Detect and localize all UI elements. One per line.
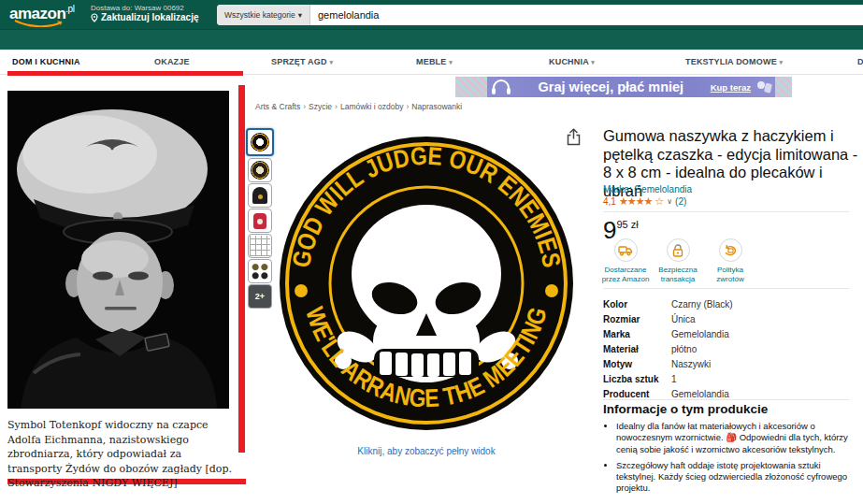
- banner-cta-link[interactable]: Kup teraz: [711, 82, 751, 93]
- thumbnail-backpack[interactable]: [248, 209, 272, 233]
- star-rating-icon: ★★★★: [619, 195, 652, 208]
- price-currency: zł: [631, 219, 639, 230]
- breadcrumb-naprasowanki[interactable]: Naprasowanki: [411, 102, 462, 111]
- amazon-product-page: amazon.pl Dostawa do: Warsaw 00692 Zaktu…: [0, 0, 863, 504]
- photo-caption: Symbol Totenkopf widoczny na czapce Adol…: [7, 418, 237, 491]
- banner-decoration-left: [455, 77, 487, 97]
- detail-row-kolor: KolorCzarny (Black): [603, 299, 856, 314]
- annotation-line-top: [7, 71, 243, 76]
- backpack-icon: [253, 213, 266, 229]
- chevron-down-icon: ▾: [449, 59, 453, 65]
- detail-value: Naszywki: [671, 359, 711, 374]
- chevron-down-icon: ▾: [329, 59, 333, 65]
- search-category-dropdown[interactable]: Wszystkie kategorie ▾: [217, 5, 310, 25]
- category-okazje[interactable]: OKAZJE: [154, 57, 190, 66]
- badge-label: Bezpieczna transakcja: [651, 266, 705, 284]
- badge-secure-transaction[interactable]: Bezpieczna transakcja: [651, 238, 705, 284]
- price-fraction: 95: [616, 219, 627, 230]
- location-pin-icon: [91, 13, 98, 22]
- logo-tld: .pl: [65, 4, 74, 14]
- chevron-down-icon: ▾: [298, 10, 302, 20]
- patch-gold-icon: [251, 161, 269, 180]
- thumbnail-patch-gold[interactable]: [248, 158, 272, 182]
- category-tekstylia-domowe[interactable]: TEKSTYLIA DOMOWE ▾: [685, 57, 783, 66]
- about-bullets: Idealny dla fanów łat materiałowych i ak…: [609, 421, 859, 499]
- patch-sheet-icon: [250, 236, 270, 256]
- breadcrumb-separator: ›: [406, 102, 409, 111]
- update-location-button[interactable]: Zaktualizuj lokalizację: [91, 12, 198, 22]
- detail-row-material: Materiałpłótno: [603, 344, 856, 359]
- category-sprzet-agd[interactable]: SPRZĘT AGD ▾: [271, 57, 333, 66]
- brand-link[interactable]: Marka: Gemelolandia: [603, 184, 692, 194]
- badge-return-policy[interactable]: Polityka zwrotów: [703, 238, 757, 284]
- divider: [603, 288, 849, 289]
- detail-value: Única: [671, 314, 696, 329]
- hoodie-icon: [252, 187, 267, 204]
- detail-label: Motyw: [603, 359, 671, 374]
- gamepad-icon: [756, 79, 773, 94]
- delivery-address: Dostawa do: Warsaw 00692: [91, 4, 184, 12]
- badge-delivered-by-amazon[interactable]: Dostarczane przez Amazon: [598, 238, 653, 284]
- banner-decoration-right: [775, 77, 792, 97]
- historical-photo-image: [7, 91, 229, 409]
- category-label: MEBLE: [416, 57, 447, 66]
- thumbnail-hoodie[interactable]: [248, 183, 272, 208]
- about-bullet: Szczegółowy haft oddaje istotę projektow…: [616, 460, 859, 495]
- truck-icon: [618, 245, 633, 256]
- detail-label: Kolor: [603, 299, 671, 314]
- category-label: SPRZĘT AGD: [271, 57, 327, 66]
- thumbnail-more-images[interactable]: 2+: [248, 284, 272, 309]
- badge-label: Dostarczane przez Amazon: [598, 266, 653, 284]
- update-location-label: Zaktualizuj lokalizację: [101, 12, 198, 22]
- banner-title: Graj więcej, płać mniej: [511, 79, 711, 94]
- detail-label: Liczba sztuk: [603, 374, 671, 389]
- detail-row-motyw: MotywNaszywki: [603, 359, 856, 374]
- amazon-smile-icon: [13, 20, 67, 27]
- category-label: TEKSTYLIA DOMOWE: [685, 57, 777, 66]
- detail-value: Gemelolandia: [671, 329, 729, 344]
- breadcrumb-separator: ›: [303, 102, 306, 111]
- rating-row[interactable]: 4,1 ★★★★☆ ∨ (2): [603, 195, 686, 208]
- patch-variants-icon: [250, 261, 270, 281]
- divider: [603, 211, 849, 212]
- promo-banner[interactable]: Graj więcej, płać mniej Kup teraz: [455, 77, 792, 97]
- detail-label: Rozmiar: [603, 314, 671, 329]
- share-icon: [566, 128, 582, 146]
- breadcrumb-arts-crafts[interactable]: Arts & Crafts: [255, 102, 300, 111]
- detail-row-marka: MarkaGemelolandia: [603, 329, 856, 344]
- badge-label: Polityka zwrotów: [703, 266, 757, 284]
- thumbnail-patch-front[interactable]: [246, 128, 274, 156]
- about-section-title: Informacje o tym produkcie: [603, 402, 768, 416]
- divider: [603, 399, 849, 400]
- breadcrumb-separator: ›: [335, 102, 338, 111]
- thumbnail-patch-variants[interactable]: [248, 259, 272, 283]
- category-kuchnia[interactable]: KUCHNIA ▾: [549, 57, 595, 66]
- about-bullet: Idealny dla fanów łat materiałowych i ak…: [616, 421, 859, 455]
- detail-label: Materiał: [603, 344, 671, 359]
- rating-value: 4,1: [603, 196, 616, 207]
- returns-icon: [724, 244, 737, 256]
- category-cutoff[interactable]: D: [857, 57, 863, 66]
- historical-photo: [7, 91, 229, 409]
- review-count-link[interactable]: (2): [675, 196, 686, 207]
- chevron-down-icon: ▾: [780, 59, 784, 65]
- lock-icon: [672, 244, 683, 257]
- category-label: KUCHNIA: [549, 57, 589, 66]
- full-view-link[interactable]: Kliknij, aby zobaczyć pełny widok: [277, 446, 576, 456]
- category-dom-i-kuchnia[interactable]: DOM I KUCHNIA: [12, 57, 80, 66]
- breadcrumb-lamowki[interactable]: Lamówki i ozdoby: [340, 102, 404, 111]
- detail-value: płótno: [671, 344, 697, 359]
- category-meble[interactable]: MEBLE ▾: [416, 57, 453, 66]
- detail-row-liczba-sztuk: Liczba sztuk1: [603, 374, 856, 389]
- detail-row-rozmiar: RozmiarÚnica: [603, 314, 856, 329]
- share-button[interactable]: [566, 128, 582, 150]
- breadcrumb: Arts & Crafts›Szycie›Lamówki i ozdoby›Na…: [255, 102, 462, 111]
- breadcrumb-szycie[interactable]: Szycie: [309, 102, 332, 111]
- main-product-image[interactable]: GOD WILL JUDGE OUR ENEMIES WE'LL ARRANGE…: [277, 134, 576, 433]
- thumbnail-patch-sheet[interactable]: [248, 234, 272, 258]
- detail-label: Marka: [603, 329, 671, 344]
- search-input[interactable]: [310, 5, 863, 25]
- main-nav: ☰ Menu Świąteczny sklep Bestsellery Okaz…: [0, 29, 863, 50]
- star-empty-icon: ☆: [654, 195, 664, 208]
- chevron-down-icon: ▾: [591, 59, 595, 65]
